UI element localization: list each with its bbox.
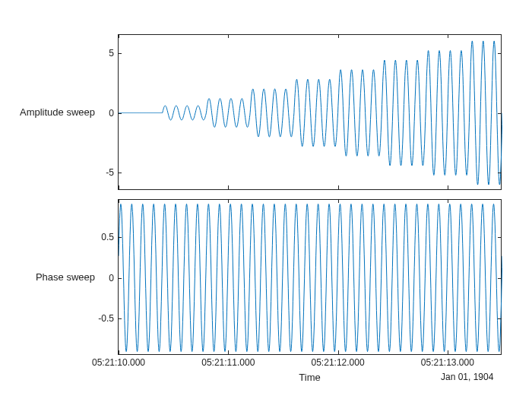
x-tick-label: 05:21:10.000 bbox=[92, 354, 145, 368]
amplitude-sweep-line bbox=[119, 35, 502, 191]
phase-sweep-line bbox=[119, 200, 502, 356]
x-tick-label: 05:21:12.000 bbox=[312, 354, 365, 368]
x-tick-label: 05:21:11.000 bbox=[201, 354, 255, 368]
phase-sweep-ylabel: Phase sweep bbox=[11, 271, 95, 283]
y-tick-label: -5 bbox=[106, 167, 119, 178]
amplitude-sweep-ylabel: Amplitude sweep bbox=[11, 106, 95, 118]
phase-sweep-axes: -0.500.505:21:10.00005:21:11.00005:21:12… bbox=[118, 199, 502, 355]
x-axis-label: Time bbox=[272, 372, 348, 383]
x-tick-label: 05:21:13.000 bbox=[421, 354, 474, 368]
date-annotation: Jan 01, 1904 bbox=[441, 372, 493, 382]
y-tick-label: -0.5 bbox=[98, 313, 119, 324]
y-tick-label: 0.5 bbox=[101, 232, 119, 242]
amplitude-sweep-axes: -505 bbox=[118, 34, 502, 190]
